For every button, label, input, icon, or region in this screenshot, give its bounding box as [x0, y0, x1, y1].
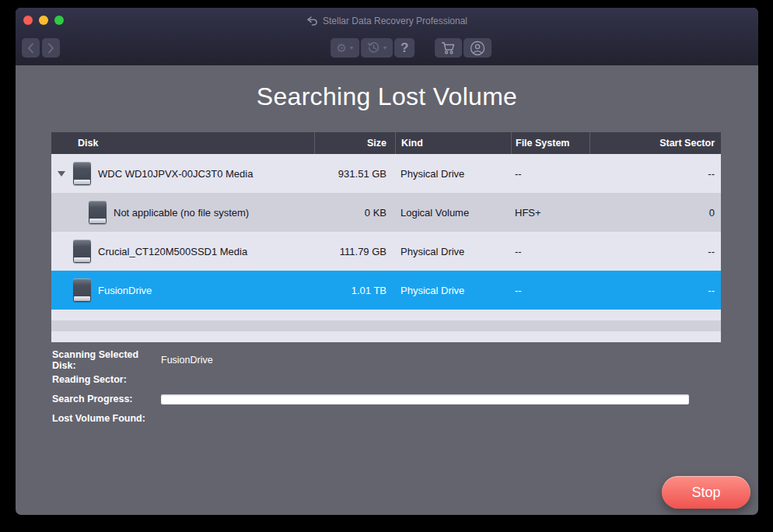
search-progress-bar [161, 394, 689, 404]
reading-sector-label: Reading Sector: [52, 374, 161, 385]
chevron-down-icon: ▾ [383, 44, 386, 51]
disk-name: Not applicable (no file system) [114, 207, 249, 219]
titlebar: Stellar Data Recovery Professional [16, 8, 758, 34]
table-row[interactable]: Not applicable (no file system) 0 KB Log… [51, 193, 721, 232]
forward-button[interactable] [42, 38, 60, 58]
question-mark-icon: ? [400, 40, 408, 56]
disk-table: Disk Size Kind File System Start Sector … [51, 132, 721, 342]
settings-menu-button[interactable]: ⚙ ▾ [331, 38, 359, 58]
empty-table-stripe [51, 331, 721, 342]
desktop: { "window_title": "Stellar Data Recovery… [0, 0, 773, 532]
disk-name: FusionDrive [98, 285, 152, 296]
status-line-progress: Search Progress: [52, 394, 721, 404]
table-header: Disk Size Kind File System Start Sector [51, 132, 721, 154]
disk-size: 931.51 GB [314, 168, 395, 180]
buy-online-button[interactable] [435, 38, 462, 58]
column-header-kind: Kind [395, 132, 511, 154]
status-line-scanning: Scanning Selected Disk: FusionDrive [52, 355, 721, 366]
undo-arrow-icon [306, 16, 318, 26]
page-title: Searching Lost Volume [16, 82, 758, 111]
disk-file-system: -- [511, 168, 589, 180]
app-window: Stellar Data Recovery Professional ⚙ ▾ [16, 8, 758, 515]
disk-file-system: -- [511, 246, 589, 257]
table-row-selected[interactable]: FusionDrive 1.01 TB Physical Drive -- -- [51, 271, 721, 310]
status-line-lost-volume: Lost Volume Found: [52, 413, 721, 424]
disk-size: 1.01 TB [314, 285, 395, 296]
search-progress-label: Search Progress: [52, 394, 161, 404]
disk-kind: Physical Drive [395, 285, 511, 296]
column-header-file-system: File System [511, 132, 589, 154]
history-clock-icon [367, 41, 380, 54]
disk-start-sector: 0 [589, 207, 721, 219]
lost-volume-label: Lost Volume Found: [52, 413, 161, 424]
empty-table-stripe [51, 310, 721, 320]
disk-kind: Physical Drive [395, 246, 511, 257]
shopping-cart-icon [441, 41, 456, 55]
column-header-size: Size [314, 132, 395, 154]
disk-file-system: HFS+ [511, 207, 589, 219]
chevron-down-icon: ▾ [350, 44, 353, 51]
back-button[interactable] [22, 38, 40, 58]
user-account-icon [470, 40, 485, 56]
disk-kind: Physical Drive [395, 168, 511, 180]
toolbar: ⚙ ▾ ▾ ? [331, 38, 494, 58]
empty-table-stripe [51, 320, 721, 331]
disk-file-system: -- [511, 285, 589, 296]
nav-buttons [22, 38, 60, 58]
column-header-start-sector: Start Sector [589, 132, 721, 154]
hard-drive-icon [73, 240, 91, 263]
disk-size: 0 KB [314, 207, 395, 219]
stop-button[interactable]: Stop [662, 476, 750, 509]
hard-drive-icon [73, 278, 91, 302]
disk-start-sector: -- [589, 168, 721, 180]
table-row[interactable]: WDC WD10JPVX-00JC3T0 Media 931.51 GB Phy… [51, 154, 721, 193]
disk-name: WDC WD10JPVX-00JC3T0 Media [98, 168, 253, 180]
recent-scans-button[interactable]: ▾ [361, 38, 393, 58]
table-row[interactable]: Crucial_CT120M500SSD1 Media 111.79 GB Ph… [51, 232, 721, 271]
status-line-reading: Reading Sector: [52, 374, 721, 385]
window-chrome: Stellar Data Recovery Professional ⚙ ▾ [16, 8, 758, 65]
hard-drive-icon [73, 162, 91, 185]
scanning-disk-value: FusionDrive [161, 355, 213, 366]
scanning-disk-label: Scanning Selected Disk: [52, 349, 161, 371]
disk-kind: Logical Volume [395, 207, 511, 219]
help-button[interactable]: ? [394, 38, 414, 58]
window-title: Stellar Data Recovery Professional [323, 16, 467, 26]
hard-drive-icon [89, 201, 107, 224]
disclosure-triangle-icon[interactable] [58, 171, 65, 177]
column-header-disk: Disk [51, 132, 314, 154]
disk-start-sector: -- [589, 285, 721, 296]
disk-name: Crucial_CT120M500SSD1 Media [98, 246, 247, 257]
scan-status: Scanning Selected Disk: FusionDrive Read… [52, 355, 721, 432]
gear-icon: ⚙ [337, 42, 347, 54]
disk-size: 111.79 GB [314, 246, 395, 257]
account-button[interactable] [463, 38, 491, 58]
disk-start-sector: -- [589, 246, 721, 257]
